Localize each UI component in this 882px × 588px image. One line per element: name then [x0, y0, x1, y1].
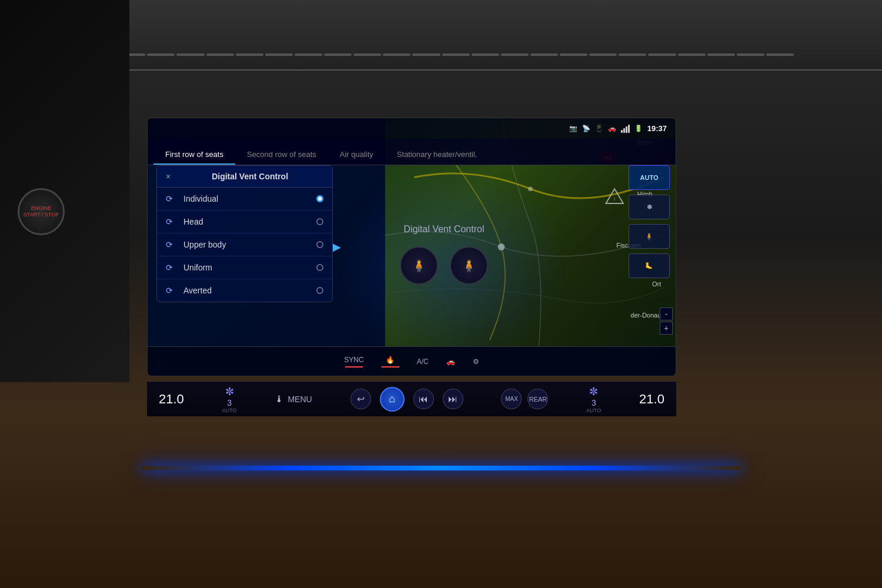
menu-button[interactable]: MENU	[288, 395, 312, 404]
uniform-label: Uniform	[183, 263, 310, 272]
sync-indicator	[345, 366, 363, 368]
map-zoom-out[interactable]: -	[660, 308, 673, 320]
right-controls: MAX REAR	[501, 389, 548, 409]
auto-button[interactable]: AUTO	[629, 165, 670, 190]
control-bar: 21.0 ✼ 3 AUTO 🌡 MENU ↩ ⌂ ⏮ ⏭ MAX REAR ✼ …	[147, 381, 676, 416]
home-button[interactable]: ⌂	[380, 387, 405, 412]
ac-label: A/C	[417, 358, 429, 366]
top-vent	[0, 0, 882, 71]
phone-icon: 📱	[595, 125, 603, 132]
right-panel: AUTO ❄ 🧍 🦶	[629, 165, 670, 278]
car-mode-button[interactable]: 🚗	[446, 358, 455, 366]
head-radio[interactable]	[316, 218, 323, 225]
individual-label: Individual	[183, 194, 310, 203]
dropdown-close-button[interactable]: ×	[166, 172, 171, 181]
infotainment-screen: A3 ! Bade Himb Fischam Ort der-Donau - +…	[147, 118, 676, 376]
dropdown-item-uniform[interactable]: ⟳ Uniform	[157, 256, 332, 279]
tab-first-row[interactable]: First row of seats	[153, 145, 235, 165]
feet-airflow-button[interactable]: 🦶	[629, 253, 670, 278]
uniform-radio[interactable]	[316, 264, 323, 271]
vent-slats	[88, 46, 794, 64]
left-temperature: 21.0	[159, 392, 184, 407]
tab-second-row[interactable]: Second row of seats	[235, 145, 328, 165]
heated-seat-button[interactable]: 🔥	[382, 356, 399, 368]
vent-control-center: Digital Vent Control 🧍 🧍	[342, 165, 546, 343]
car-mode-icon: 🚗	[446, 358, 455, 366]
dropdown-header: × Digital Vent Control	[157, 166, 332, 188]
right-fan-control[interactable]: ✼ 3 AUTO	[586, 385, 601, 413]
head-label: Head	[183, 217, 310, 226]
menu-section: 🌡 MENU	[275, 394, 312, 405]
dropdown-item-averted[interactable]: ⟳ Averted	[157, 279, 332, 302]
signal-strength	[621, 125, 630, 133]
right-temperature: 21.0	[639, 392, 664, 407]
vent-seat-buttons: 🧍 🧍	[400, 246, 488, 285]
left-panel: ENGINESTART / STOP	[0, 0, 129, 382]
uniform-icon: ⟳	[166, 263, 178, 272]
averted-label: Averted	[183, 286, 310, 295]
driver-vent-button[interactable]: 🧍	[400, 246, 438, 285]
rear-defrost-button[interactable]: REAR	[527, 389, 548, 409]
left-fan-control[interactable]: ✼ 3 AUTO	[222, 385, 237, 413]
prev-track-button[interactable]: ⏮	[413, 389, 434, 409]
right-fan-icon: ✼	[589, 385, 598, 398]
back-button[interactable]: ↩	[350, 389, 371, 409]
heated-seat-icon: 🔥	[386, 356, 395, 364]
sync-button[interactable]: SYNC	[344, 356, 363, 368]
dropdown-arrow: ▶	[333, 240, 341, 253]
right-fan-label: AUTO	[586, 407, 601, 413]
driver-vent-icon: 🧍	[412, 259, 426, 273]
tab-bar: First row of seats Second row of seats A…	[148, 139, 676, 165]
averted-radio[interactable]	[316, 287, 323, 294]
tab-air-quality[interactable]: Air quality	[328, 145, 385, 165]
screen-bottom-bar: SYNC 🔥 A/C 🚗 ⚙	[148, 346, 676, 376]
upper-body-radio[interactable]	[316, 241, 323, 248]
dropdown-item-head[interactable]: ⟳ Head	[157, 211, 332, 233]
max-defrost-button[interactable]: MAX	[501, 389, 522, 409]
left-fan-speed: 3	[227, 398, 232, 407]
heated-indicator	[382, 366, 399, 368]
individual-icon: ⟳	[166, 194, 178, 203]
tab-stationary[interactable]: Stationary heater/ventil.	[385, 145, 489, 165]
svg-text:!: !	[614, 196, 615, 202]
individual-radio[interactable]	[316, 195, 323, 202]
defrost-button[interactable]: ❄	[629, 195, 670, 219]
settings-button[interactable]: ⚙	[473, 358, 479, 366]
averted-icon: ⟳	[166, 286, 178, 295]
right-fan-speed: 3	[592, 398, 596, 407]
status-bar: 📷 📡 📱 🚗 🔋 19:37	[148, 118, 676, 139]
battery-icon: 🔋	[634, 125, 643, 132]
upper-body-icon: ⟳	[166, 240, 178, 249]
left-fan-icon: ✼	[225, 385, 234, 398]
status-time: 19:37	[647, 124, 667, 133]
dropdown-title: Digital Vent Control	[176, 172, 323, 181]
center-nav-buttons: ↩ ⌂ ⏮ ⏭	[350, 387, 463, 412]
dropdown-item-upper-body[interactable]: ⟳ Upper body	[157, 233, 332, 256]
dropdown-panel: × Digital Vent Control ⟳ Individual ⟳ He…	[156, 165, 333, 302]
feet-airflow-icon: 🦶	[645, 262, 653, 270]
ac-button[interactable]: A/C	[417, 358, 429, 366]
engine-start-button[interactable]: ENGINESTART / STOP	[18, 188, 65, 235]
thermometer-icon: 🌡	[275, 394, 284, 405]
antenna-icon: 📡	[582, 125, 590, 132]
passenger-vent-button[interactable]: 🧍	[450, 246, 488, 285]
next-track-button[interactable]: ⏭	[443, 389, 463, 409]
ambient-light-strip	[141, 466, 741, 470]
body-airflow-button[interactable]: 🧍	[629, 224, 670, 249]
dropdown-item-individual[interactable]: ⟳ Individual	[157, 188, 332, 211]
left-fan-label: AUTO	[222, 407, 237, 413]
map-zoom-in[interactable]: +	[660, 322, 673, 335]
camera-icon: 📷	[569, 125, 577, 132]
body-airflow-icon: 🧍	[645, 233, 653, 240]
defrost-icon: ❄	[647, 203, 652, 211]
passenger-vent-icon: 🧍	[462, 259, 476, 273]
head-icon: ⟳	[166, 217, 178, 226]
upper-body-label: Upper body	[183, 240, 310, 249]
vent-control-title: Digital Vent Control	[404, 224, 485, 235]
sync-label: SYNC	[344, 356, 363, 364]
settings-icon: ⚙	[473, 358, 479, 366]
car-icon: 🚗	[608, 125, 616, 132]
